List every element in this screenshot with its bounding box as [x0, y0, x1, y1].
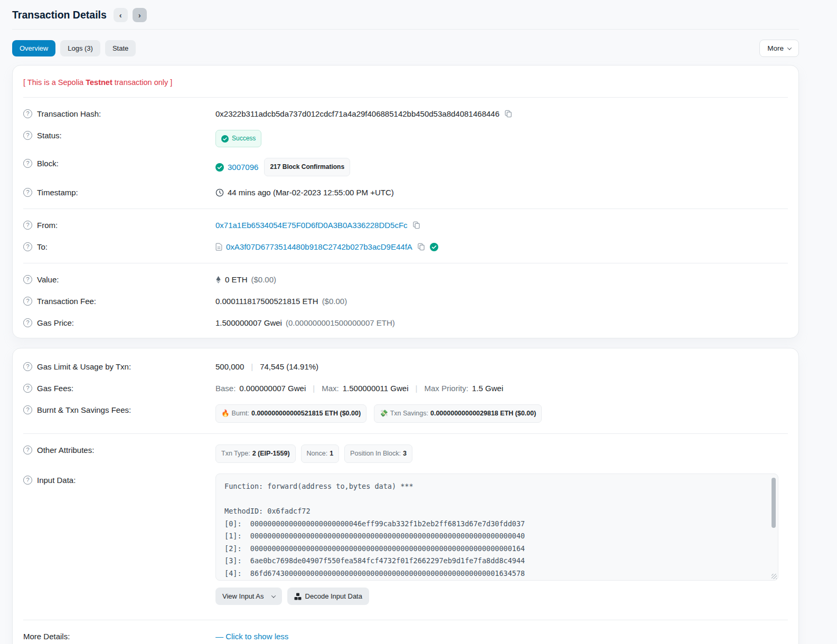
tab-overview[interactable]: Overview [12, 40, 55, 56]
clock-icon [215, 188, 224, 197]
chevron-down-icon [787, 45, 792, 50]
burnt-savings-row: ? Burnt & Txn Savings Fees: 🔥 Burnt: 0.0… [23, 399, 788, 428]
help-icon: ? [23, 188, 32, 197]
chevron-right-icon: › [138, 11, 141, 20]
help-icon: ? [23, 297, 32, 306]
more-dropdown-button[interactable]: More [759, 40, 799, 57]
gas-limit-row: ? Gas Limit & Usage by Txn: 500,000 | 74… [23, 353, 788, 377]
block-number-link[interactable]: 3007096 [228, 162, 258, 173]
help-icon: ? [23, 242, 32, 251]
contract-file-icon [215, 243, 222, 251]
txn-type-badge: Txn Type: 2 (EIP-1559) [215, 444, 296, 463]
gas-price-label: ? Gas Price: [23, 317, 215, 328]
input-data-line: [4]: 86fd6743000000000000000000000000000… [224, 567, 764, 580]
status-badge: Success [215, 130, 261, 147]
input-data-textarea[interactable]: Function: forward(address to,bytes data)… [215, 473, 778, 581]
copy-to-address-button[interactable] [416, 243, 426, 251]
nonce-badge: Nonce: 1 [301, 444, 340, 463]
more-dropdown-label: More [767, 44, 784, 52]
input-data-line: [0]: 00000000000000000000000046eff99cab3… [224, 518, 764, 531]
tab-logs[interactable]: Logs (3) [60, 40, 100, 56]
timestamp-row: ? Timestamp: 44 mins ago (Mar-02-2023 12… [23, 182, 788, 203]
chevron-left-icon: ‹ [119, 11, 122, 20]
burnt-fee-badge: 🔥 Burnt: 0.000000000000521815 ETH ($0.00… [215, 404, 366, 423]
base-fee-value: 0.000000007 Gwei [239, 383, 306, 394]
gas-fees-row: ? Gas Fees: Base: 0.000000007 Gwei | Max… [23, 377, 788, 399]
fire-icon: 🔥 [221, 408, 230, 419]
chevron-down-icon [271, 593, 275, 598]
copy-from-address-button[interactable] [411, 221, 421, 229]
status-label: ? Status: [23, 130, 215, 141]
separator: | [412, 383, 421, 394]
gas-price-eth: (0.000000001500000007 ETH) [286, 317, 395, 328]
view-input-as-button[interactable]: View Input As [215, 588, 282, 605]
to-row: ? To: 0xA3f07D6773514480b918C2742b027b3a… [23, 236, 788, 258]
block-row: ? Block: 3007096 217 Block Confirmations [23, 153, 788, 182]
txn-type-value: 2 (EIP-1559) [252, 448, 290, 459]
ethereum-icon [215, 276, 221, 284]
copy-hash-button[interactable] [503, 110, 513, 118]
tabs-row: Overview Logs (3) State More [12, 40, 799, 57]
verified-check-icon [430, 243, 438, 251]
help-icon: ? [23, 221, 32, 230]
gas-price-row: ? Gas Price: 1.500000007 Gwei (0.0000000… [23, 312, 788, 334]
decode-blocks-icon [294, 593, 302, 600]
details-card: ? Gas Limit & Usage by Txn: 500,000 | 74… [12, 348, 799, 644]
value-row: ? Value: 0 ETH ($0.00) [23, 269, 788, 290]
help-icon: ? [23, 318, 32, 327]
show-less-link[interactable]: — Click to show less [215, 631, 288, 642]
next-transaction-button[interactable]: › [133, 8, 147, 22]
position-in-block-badge: Position In Block: 3 [344, 444, 412, 463]
input-data-line [224, 493, 764, 506]
base-fee-label: Base: [215, 383, 236, 394]
help-icon: ? [23, 384, 32, 393]
burnt-fee-value: 0.000000000000521815 ETH ($0.00) [251, 408, 361, 419]
decode-input-data-button[interactable]: Decode Input Data [287, 588, 369, 605]
separator: | [248, 361, 256, 372]
input-data-line: [2]: 00000000000000000000000000000000000… [224, 543, 764, 555]
to-label: ? To: [23, 241, 215, 252]
money-wings-icon: 💸 [380, 408, 388, 419]
txn-savings-value: 0.00000000000029818 ETH ($0.00) [430, 408, 536, 419]
copy-icon [417, 243, 425, 251]
previous-transaction-button[interactable]: ‹ [114, 8, 128, 22]
burnt-savings-label: ? Burnt & Txn Savings Fees: [23, 404, 215, 415]
transaction-fee-label: ? Transaction Fee: [23, 296, 215, 307]
txn-savings-badge: 💸 Txn Savings: 0.00000000000029818 ETH (… [374, 404, 542, 423]
help-icon: ? [23, 362, 32, 371]
copy-icon [412, 221, 420, 229]
from-address-link[interactable]: 0x71a1Eb6534054E75F0D6fD0A3B0A336228DD5c… [215, 220, 408, 231]
testnet-warning: [ This is a Sepolia Testnet transaction … [23, 70, 788, 92]
transaction-fee-usd: ($0.00) [322, 296, 347, 307]
input-data-line: Function: forward(address to,bytes data)… [224, 480, 764, 493]
to-address-link[interactable]: 0xA3f07D6773514480b918C2742b027b3acD9E44… [226, 241, 412, 252]
timestamp-label: ? Timestamp: [23, 187, 215, 198]
input-data-label: ? Input Data: [23, 473, 215, 486]
transaction-details-page: Transaction Details ‹ › Overview Logs (3… [12, 0, 799, 644]
overview-card: [ This is a Sepolia Testnet transaction … [12, 65, 799, 338]
status-row: ? Status: Success [23, 125, 788, 153]
gas-limit-label: ? Gas Limit & Usage by Txn: [23, 361, 215, 372]
separator: | [309, 383, 318, 394]
transaction-hash-value: 0x2322b311adcb5da737d012cdcf71a4a29f4068… [215, 108, 500, 119]
gas-fees-label: ? Gas Fees: [23, 383, 215, 394]
copy-icon [504, 110, 512, 118]
input-data-line: [3]: 6ae0bc7698de04907f550fea584fcf4732f… [224, 555, 764, 567]
position-in-block-value: 3 [403, 448, 407, 459]
resize-handle[interactable] [772, 574, 777, 579]
tab-state[interactable]: State [105, 40, 136, 56]
help-icon: ? [23, 275, 32, 284]
divider [23, 209, 788, 209]
max-fee-value: 1.500000011 Gwei [343, 383, 409, 394]
help-icon: ? [23, 446, 32, 454]
input-data-line: MethodID: 0x6fadcf72 [224, 505, 764, 518]
other-attributes-label: ? Other Attributes: [23, 444, 215, 456]
transaction-fee-row: ? Transaction Fee: 0.000111817500521815 … [23, 290, 788, 312]
input-data-row: ? Input Data: Function: forward(address … [23, 468, 788, 610]
transaction-hash-label: ? Transaction Hash: [23, 108, 215, 119]
page-title: Transaction Details [12, 9, 107, 21]
nonce-value: 1 [330, 448, 333, 459]
transaction-fee-amount: 0.000111817500521815 ETH [215, 296, 318, 307]
tabs: Overview Logs (3) State [12, 40, 136, 56]
scrollbar-thumb[interactable] [772, 478, 776, 528]
